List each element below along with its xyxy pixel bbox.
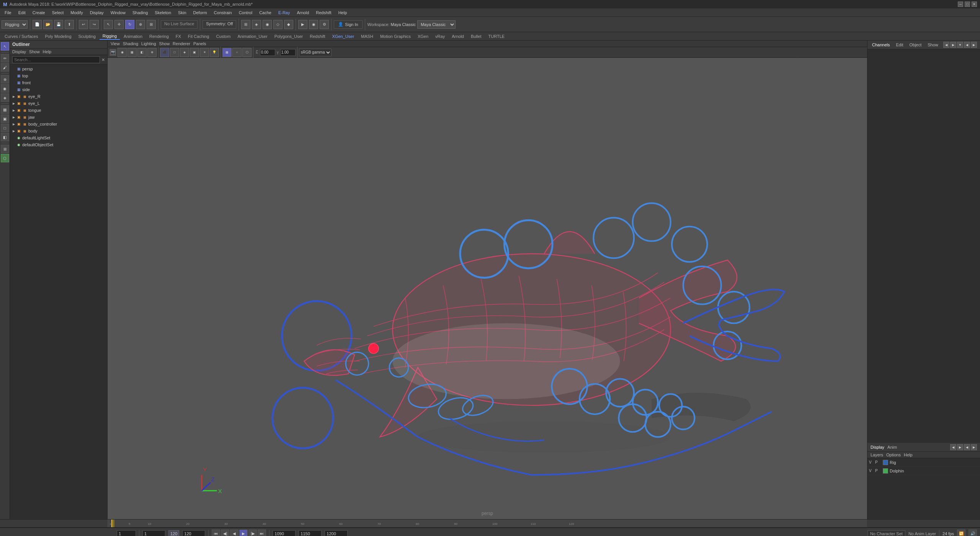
vp-lighting-btn-2[interactable]: 💡: [210, 48, 219, 57]
menu-redshift[interactable]: Redshift: [313, 10, 334, 16]
audio-button[interactable]: 🔊: [969, 529, 977, 536]
menu-skeleton[interactable]: Skeleton: [152, 10, 174, 16]
shelf-xgen[interactable]: XGen: [415, 33, 431, 39]
display-btn-2[interactable]: ▣: [1, 114, 9, 123]
maximize-button[interactable]: □: [965, 2, 970, 7]
tree-item-default-object-set[interactable]: ◉ defaultObjectSet: [10, 141, 107, 148]
vp-display-mode-2[interactable]: □: [170, 48, 179, 57]
snap-btn-1[interactable]: ⊞: [1, 145, 9, 153]
shelf-rigging[interactable]: Rigging: [100, 33, 120, 40]
tree-item-body[interactable]: ▶ ▣ ▦ body: [10, 127, 107, 134]
tree-item-persp[interactable]: ▦ persp: [10, 65, 107, 72]
shelf-redshift[interactable]: Redshift: [307, 33, 328, 39]
snap-surface-button[interactable]: ◆: [284, 20, 293, 29]
play-forward-button[interactable]: ▶: [239, 529, 248, 536]
vp-menu-view[interactable]: View: [111, 41, 120, 46]
vp-menu-renderer[interactable]: Renderer: [173, 41, 190, 46]
rigging-btn-3[interactable]: ◈: [1, 93, 9, 102]
layers-btn-3[interactable]: ◀: [964, 444, 970, 450]
shelf-polygons-user[interactable]: Polygons_User: [271, 33, 306, 39]
menu-eray[interactable]: E-Ray: [275, 10, 293, 16]
tree-item-front[interactable]: ▦ front: [10, 79, 107, 86]
menu-file[interactable]: File: [2, 10, 15, 16]
layer-row-rig[interactable]: V P Rig: [867, 458, 980, 467]
tree-item-tongue[interactable]: ▶ ▣ ▦ tongue: [10, 107, 107, 114]
vp-menu-lighting[interactable]: Lighting: [141, 41, 156, 46]
vp-toolbar-btn-1[interactable]: ◉: [118, 48, 127, 57]
snap-grid-button[interactable]: ⊞: [241, 20, 250, 29]
no-anim-layer-label[interactable]: No Anim Layer: [908, 531, 936, 536]
menu-window[interactable]: Window: [108, 10, 129, 16]
snap-point-button[interactable]: ◉: [263, 20, 272, 29]
tree-item-top[interactable]: ▦ top: [10, 72, 107, 79]
vp-lighting-btn-1[interactable]: ☀: [200, 48, 209, 57]
layer-dolphin-visibility[interactable]: V: [869, 469, 875, 473]
display-settings-button[interactable]: ⚙: [320, 20, 329, 29]
rigging-btn-1[interactable]: ⊕: [1, 75, 9, 83]
shelf-turtle[interactable]: TURTLE: [485, 33, 508, 39]
vp-gamma-input[interactable]: [280, 49, 296, 56]
shelf-motion-graphics[interactable]: Motion Graphics: [377, 33, 414, 39]
search-clear-button[interactable]: ✕: [101, 57, 105, 62]
outliner-menu-display[interactable]: Display: [12, 49, 26, 54]
vp-color-space-dropdown[interactable]: sRGB gamma: [299, 49, 332, 56]
menu-select[interactable]: Select: [49, 10, 67, 16]
menu-control[interactable]: Control: [236, 10, 255, 16]
menu-help[interactable]: Help: [335, 10, 350, 16]
menu-skin[interactable]: Skin: [175, 10, 189, 16]
rp-btn-1[interactable]: ◀: [943, 42, 949, 48]
tab-edit[interactable]: Edit: [894, 42, 905, 48]
vp-toolbar-btn-4[interactable]: ⊕: [147, 48, 157, 57]
rigging-btn-2[interactable]: ◉: [1, 84, 9, 93]
menu-display[interactable]: Display: [87, 10, 107, 16]
menu-modify[interactable]: Modify: [67, 10, 86, 16]
symmetry-button[interactable]: Symmetry: Off: [203, 20, 236, 29]
outliner-menu-show[interactable]: Show: [29, 49, 40, 54]
range-end-input[interactable]: [182, 530, 205, 536]
range-start-input[interactable]: [142, 530, 165, 536]
shelf-fx[interactable]: FX: [173, 33, 184, 39]
sign-in-button[interactable]: 👤 Sign In: [334, 20, 362, 29]
timeline-ruler[interactable]: 1 5 10 20 30 40 50 60 70 80 90 100 110 1…: [108, 520, 867, 527]
display-btn-3[interactable]: □: [1, 124, 9, 132]
vp-smooth-btn[interactable]: ○: [232, 48, 242, 57]
rotate-tool-button[interactable]: ↻: [125, 20, 134, 29]
open-scene-button[interactable]: 📂: [43, 20, 52, 29]
shelf-xgen-user[interactable]: XGen_User: [329, 33, 357, 39]
play-back-button[interactable]: ◀: [230, 529, 238, 536]
shelf-mash[interactable]: MASH: [358, 33, 376, 39]
shelf-custom[interactable]: Custom: [213, 33, 234, 39]
tab-anim[interactable]: Anim: [887, 445, 897, 449]
loop-button[interactable]: 🔁: [957, 529, 965, 536]
tree-item-default-light-set[interactable]: ◉ defaultLightSet: [10, 134, 107, 141]
shelf-sculpting[interactable]: Sculpting: [75, 33, 99, 39]
new-scene-button[interactable]: 📄: [33, 20, 42, 29]
jump-end-button[interactable]: ⏭: [258, 529, 266, 536]
jump-start-button[interactable]: ⏮: [212, 529, 220, 536]
display-btn-4[interactable]: ◧: [1, 133, 9, 141]
shelf-rendering[interactable]: Rendering: [146, 33, 172, 39]
shelf-fit-caching[interactable]: Fit Caching: [185, 33, 212, 39]
snap-curve-button[interactable]: ◈: [252, 20, 261, 29]
render-button[interactable]: ▶: [298, 20, 307, 29]
menu-edit[interactable]: Edit: [15, 10, 29, 16]
tree-item-side[interactable]: ▦ side: [10, 86, 107, 93]
shelf-bullet[interactable]: Bullet: [468, 33, 485, 39]
vp-display-mode-4[interactable]: ▣: [190, 48, 199, 57]
viewport-canvas[interactable]: X Y Z persp: [108, 58, 867, 519]
shelf-poly-modeling[interactable]: Poly Modeling: [42, 33, 74, 39]
tab-display[interactable]: Display: [871, 445, 884, 449]
undo-button[interactable]: ↩: [79, 20, 88, 29]
save-scene-button[interactable]: 💾: [54, 20, 63, 29]
vp-toolbar-btn-2[interactable]: ▦: [127, 48, 137, 57]
tree-item-eye-l[interactable]: ▶ ▣ ▦ eye_L: [10, 100, 107, 107]
mode-dropdown[interactable]: Rigging: [2, 20, 28, 29]
vp-menu-shading[interactable]: Shading: [123, 41, 138, 46]
snap-btn-2[interactable]: ⬡: [1, 154, 9, 162]
tree-item-jaw[interactable]: ▶ ▣ ▦ jaw: [10, 114, 107, 121]
menu-arnold[interactable]: Arnold: [294, 10, 312, 16]
rp-btn-5[interactable]: ▶: [971, 42, 977, 48]
transform-tool-button[interactable]: ⊞: [147, 20, 156, 29]
step-back-button[interactable]: ◀|: [221, 529, 229, 536]
workspace-dropdown[interactable]: Maya Classic: [417, 20, 456, 29]
